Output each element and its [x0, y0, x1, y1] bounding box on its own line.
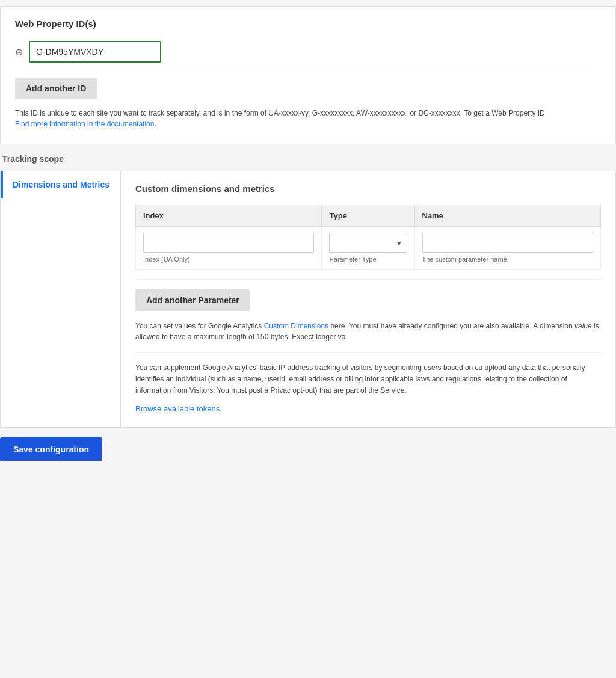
add-parameter-button[interactable]: Add another Parameter [135, 289, 250, 311]
index-input[interactable] [143, 233, 314, 253]
add-id-button[interactable]: Add another ID [15, 78, 97, 99]
type-select[interactable]: dimension metric [329, 233, 407, 253]
name-input[interactable] [422, 233, 594, 253]
name-cell: The custom parameter name. [414, 227, 601, 270]
table-separator [135, 279, 601, 280]
col-header-type: Type [322, 205, 414, 227]
drag-handle-icon: ⊕ [15, 46, 23, 58]
type-cell: dimension metric Parameter Type [322, 227, 414, 270]
custom-dimensions-link[interactable]: Custom Dimensions [264, 322, 328, 330]
browse-tokens-link[interactable]: Browse available tokens. [135, 403, 601, 416]
tracking-scope-title: Tracking scope [0, 154, 616, 164]
col-header-index: Index [136, 205, 322, 227]
privacy-text: You can supplement Google Analytics' bas… [135, 362, 601, 415]
scope-sidebar: Dimensions and Metrics [1, 171, 121, 427]
scope-main-content: Custom dimensions and metrics Index Type… [121, 171, 615, 427]
params-table: Index Type Name Index (UA Only) [135, 205, 601, 270]
info-text: You can set values for Google Analytics … [135, 321, 601, 353]
index-label: Index (UA Only) [143, 256, 314, 263]
hint-text: This ID is unique to each site you want … [15, 108, 601, 129]
sidebar-item-dimensions-metrics[interactable]: Dimensions and Metrics [1, 171, 120, 198]
web-property-id-input[interactable] [29, 41, 161, 63]
save-configuration-button[interactable]: Save configuration [0, 437, 102, 461]
index-cell: Index (UA Only) [136, 227, 322, 270]
tracking-scope-section: Tracking scope Dimensions and Metrics Cu… [0, 154, 616, 428]
id-row: ⊕ [15, 41, 601, 70]
web-property-title: Web Property ID(s) [15, 19, 601, 29]
name-label: The custom parameter name. [422, 256, 594, 263]
table-row: Index (UA Only) dimension metric [136, 227, 601, 270]
custom-dim-title: Custom dimensions and metrics [135, 183, 601, 194]
type-select-wrapper: dimension metric [329, 233, 407, 253]
web-property-section: Web Property ID(s) ⊕ Add another ID This… [0, 6, 616, 144]
type-label: Parameter Type [329, 256, 407, 263]
col-header-name: Name [414, 205, 601, 227]
documentation-link[interactable]: Find more information in the documentati… [15, 120, 154, 128]
tracking-scope-layout: Dimensions and Metrics Custom dimensions… [0, 171, 616, 428]
